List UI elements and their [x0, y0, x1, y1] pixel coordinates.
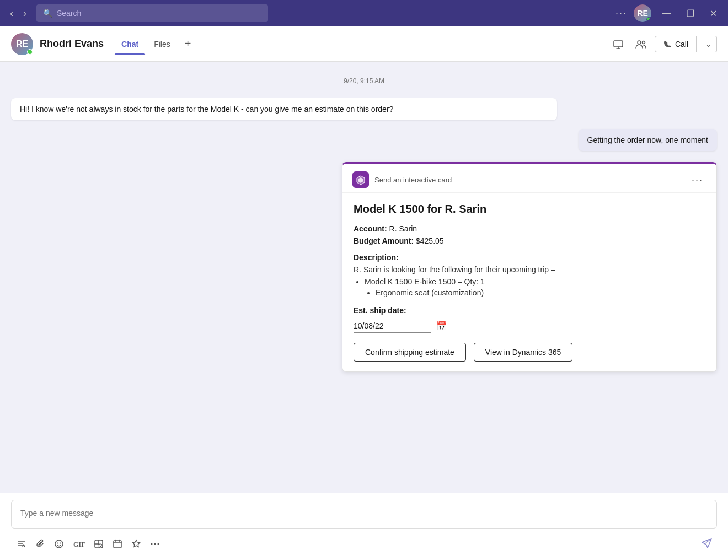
- format-text-button[interactable]: [13, 536, 30, 552]
- sub-list: Ergonomic seat (customization): [365, 288, 705, 297]
- description-text: R. Sarin is looking for the following fo…: [354, 265, 705, 274]
- schedule-button[interactable]: [109, 536, 126, 552]
- svg-point-2: [642, 41, 645, 44]
- card-budget: Budget Amount: $425.05: [354, 236, 705, 245]
- call-button[interactable]: Call: [655, 36, 697, 52]
- sticker-button[interactable]: [90, 536, 107, 552]
- calendar-icon[interactable]: 📅: [436, 321, 447, 331]
- card-header: Send an interactive card ···: [342, 164, 716, 193]
- online-indicator: [646, 17, 651, 22]
- search-icon: 🔍: [43, 9, 52, 18]
- toolbar-row: GIF: [11, 531, 717, 556]
- more-toolbar-button[interactable]: [147, 536, 163, 552]
- message-input-area: GIF: [0, 493, 728, 560]
- list-item: Model K 1500 E-bike 1500 – Qty: 1: [365, 277, 705, 286]
- ship-date-row: 📅: [354, 319, 705, 333]
- header-actions: Call ⌄: [609, 35, 717, 53]
- card-more-button[interactable]: ···: [688, 173, 706, 187]
- call-dropdown-button[interactable]: ⌄: [701, 36, 717, 52]
- user-avatar-titlebar[interactable]: RE: [634, 4, 651, 22]
- card-header-left: Send an interactive card: [352, 171, 452, 188]
- svg-point-14: [158, 543, 159, 545]
- svg-rect-11: [114, 541, 121, 548]
- view-dynamics-button[interactable]: View in Dynamics 365: [474, 343, 572, 362]
- gif-button[interactable]: GIF: [69, 536, 88, 552]
- dynamics-icon: [356, 175, 366, 185]
- phone-icon: [663, 40, 672, 49]
- avatar: RE: [11, 33, 33, 55]
- description-label: Description:: [354, 253, 705, 262]
- close-button[interactable]: ✕: [705, 6, 721, 21]
- svg-text:GIF: GIF: [73, 541, 85, 548]
- gif-icon: GIF: [73, 539, 85, 549]
- card-buttons: Confirm shipping estimate View in Dynami…: [354, 343, 705, 362]
- back-button[interactable]: ‹: [7, 6, 17, 21]
- account-value-text: R. Sarin: [389, 224, 417, 233]
- budget-value-text: $425.05: [416, 236, 444, 245]
- card-app-icon: [352, 171, 369, 188]
- forward-button[interactable]: ›: [20, 6, 30, 21]
- praise-icon: [131, 539, 141, 549]
- svg-point-12: [151, 543, 153, 545]
- ship-date-label: Est. ship date:: [354, 306, 705, 315]
- message-received: Hi! I know we're not always in stock for…: [11, 98, 557, 120]
- participants-button[interactable]: [631, 35, 650, 53]
- search-input[interactable]: [57, 9, 261, 18]
- card-header-label: Send an interactive card: [374, 176, 452, 184]
- list-item: Ergonomic seat (customization): [376, 288, 705, 297]
- message-sent: Getting the order now, one moment: [579, 129, 717, 151]
- svg-rect-0: [614, 41, 623, 47]
- screen-share-button[interactable]: [609, 35, 627, 53]
- titlebar-right: ··· RE — ❐ ✕: [615, 4, 721, 22]
- tab-files[interactable]: Files: [147, 35, 177, 53]
- more-options-button[interactable]: ···: [615, 8, 627, 19]
- card-content: Model K 1500 for R. Sarin Account: R. Sa…: [342, 193, 716, 371]
- svg-point-7: [60, 542, 61, 543]
- interactive-card: Send an interactive card ··· Model K 150…: [342, 162, 717, 372]
- titlebar: ‹ › 🔍 ··· RE — ❐ ✕: [0, 0, 728, 26]
- ship-date-input[interactable]: [354, 319, 431, 333]
- account-label: Account:: [354, 224, 387, 233]
- budget-label: Budget Amount:: [354, 236, 414, 245]
- contact-name: Rhodri Evans: [40, 38, 104, 50]
- svg-point-1: [638, 41, 641, 44]
- sticker-icon: [94, 539, 104, 549]
- format-icon: [17, 539, 26, 549]
- svg-point-6: [57, 542, 58, 543]
- items-list: Model K 1500 E-bike 1500 – Qty: 1 Ergono…: [354, 277, 705, 297]
- svg-point-10: [99, 544, 103, 548]
- more-icon: [150, 539, 160, 549]
- online-indicator: [27, 49, 33, 55]
- schedule-icon: [113, 539, 122, 549]
- call-button-label: Call: [675, 40, 688, 49]
- send-icon: [700, 536, 713, 548]
- titlebar-navigation: ‹ ›: [7, 6, 30, 21]
- chat-body: 9/20, 9:15 AM Hi! I know we're not alway…: [0, 62, 728, 493]
- timestamp: 9/20, 9:15 AM: [0, 77, 728, 85]
- header-tabs: Chat Files +: [115, 35, 196, 53]
- message-input[interactable]: [11, 500, 717, 529]
- svg-point-5: [55, 540, 63, 548]
- confirm-shipping-button[interactable]: Confirm shipping estimate: [354, 343, 466, 362]
- send-button[interactable]: [698, 534, 715, 553]
- tab-chat[interactable]: Chat: [115, 35, 145, 53]
- people-icon: [635, 39, 647, 50]
- screen-share-icon: [613, 39, 624, 50]
- interactive-card-wrapper: Send an interactive card ··· Model K 150…: [342, 162, 717, 372]
- emoji-icon: [54, 539, 64, 549]
- search-bar[interactable]: 🔍: [36, 4, 268, 22]
- add-tab-button[interactable]: +: [179, 35, 197, 52]
- emoji-button[interactable]: [51, 536, 67, 552]
- minimize-button[interactable]: —: [658, 6, 676, 20]
- praise-button[interactable]: [128, 536, 144, 552]
- card-title: Model K 1500 for R. Sarin: [354, 203, 705, 216]
- card-account: Account: R. Sarin: [354, 224, 705, 233]
- attach-button[interactable]: [32, 536, 49, 552]
- svg-point-13: [154, 543, 156, 545]
- chat-header: RE Rhodri Evans Chat Files +: [0, 26, 728, 62]
- attach-icon: [35, 539, 45, 549]
- maximize-button[interactable]: ❐: [682, 6, 699, 21]
